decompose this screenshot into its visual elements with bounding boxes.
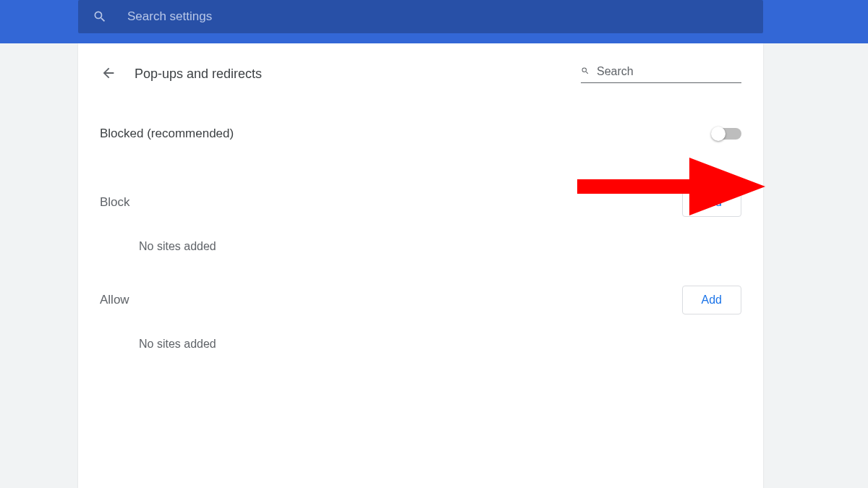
block-add-button[interactable]: Add xyxy=(682,188,741,217)
top-bar xyxy=(0,0,868,43)
allow-section: Allow Add No sites added xyxy=(100,286,741,351)
page-search-input[interactable] xyxy=(597,65,741,78)
search-icon xyxy=(93,9,107,24)
blocked-toggle[interactable] xyxy=(712,128,741,140)
block-section-title: Block xyxy=(100,195,130,210)
search-icon xyxy=(581,65,590,78)
page-search[interactable] xyxy=(581,65,741,83)
block-section-header: Block Add xyxy=(100,188,741,217)
page-title: Pop-ups and redirects xyxy=(135,67,581,82)
allow-section-title: Allow xyxy=(100,293,129,307)
arrow-left-icon xyxy=(101,65,116,84)
block-section: Block Add No sites added xyxy=(100,188,741,253)
settings-search-input[interactable] xyxy=(127,9,749,24)
allow-section-header: Allow Add xyxy=(100,286,741,314)
toggle-thumb xyxy=(711,127,726,141)
allow-empty-text: No sites added xyxy=(139,338,741,351)
page-header: Pop-ups and redirects xyxy=(100,65,741,83)
blocked-toggle-label: Blocked (recommended) xyxy=(100,127,234,141)
blocked-toggle-row: Blocked (recommended) xyxy=(100,127,741,141)
allow-add-button[interactable]: Add xyxy=(682,286,741,314)
settings-search-bar[interactable] xyxy=(78,0,763,33)
back-button[interactable] xyxy=(100,66,117,83)
content-panel: Pop-ups and redirects Blocked (recommend… xyxy=(78,43,763,488)
block-empty-text: No sites added xyxy=(139,240,741,253)
